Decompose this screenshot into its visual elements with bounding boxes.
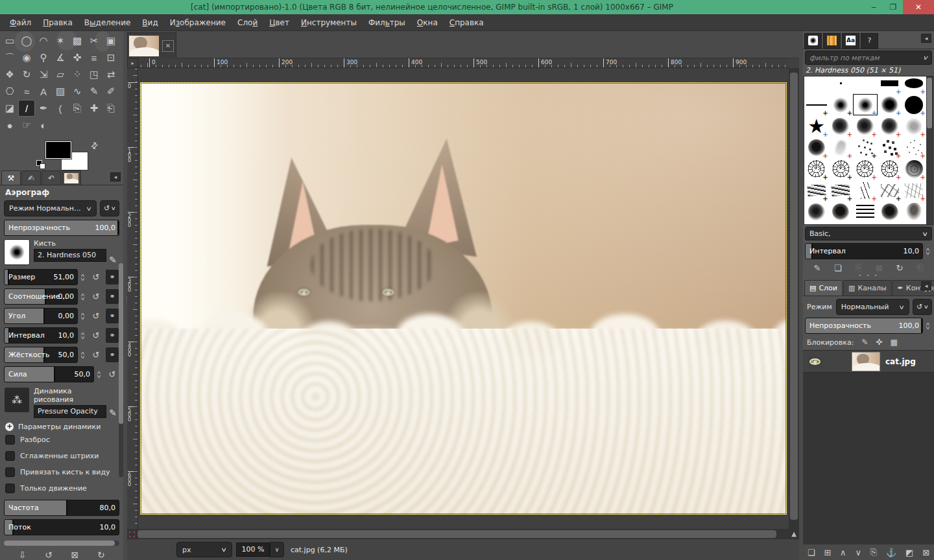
layer-thumbnail[interactable]	[852, 352, 880, 371]
slider-размер[interactable]: Размер51,00	[4, 269, 78, 285]
brush-grid-scrollbar[interactable]	[926, 76, 933, 224]
menu-Фильтры[interactable]: Фильтры	[363, 14, 411, 31]
brush-cell[interactable]: +	[878, 76, 902, 94]
brush-cell[interactable]	[829, 201, 854, 222]
menu-Файл[interactable]: Файл	[4, 14, 37, 31]
warp-transform-tool[interactable]: ∿	[69, 83, 86, 100]
crop-tool[interactable]: ⊡	[102, 49, 119, 66]
tag-filter-input[interactable]: фильтр по меткам ∨	[805, 51, 932, 65]
duplicate-brush-button[interactable]: ⎘	[856, 262, 862, 273]
dynamics-preview[interactable]: ⁂	[4, 387, 30, 413]
brush-group-dropdown[interactable]: Basic, ∨	[805, 227, 932, 240]
ellipse-select-tool[interactable]: ◯	[18, 32, 35, 49]
spacing-spinner[interactable]: ∧∨	[924, 243, 932, 259]
add-layer-mask-button[interactable]: ◩	[905, 548, 913, 557]
menu-Правка[interactable]: Правка	[37, 14, 78, 31]
free-select-tool[interactable]: ◠	[35, 32, 52, 49]
reset-icon[interactable]: ↺	[105, 366, 119, 382]
brush-cell-selected[interactable]: +	[853, 94, 878, 115]
reset-icon[interactable]: ↺	[89, 308, 103, 324]
flip-tool[interactable]: ⇄	[102, 66, 119, 83]
brush-cell[interactable]: +	[829, 94, 854, 115]
tab-fonts[interactable]: Aa	[842, 33, 859, 49]
brush-cell[interactable]: +	[878, 94, 902, 115]
tab-patterns[interactable]	[823, 33, 841, 49]
rectangle-select-tool[interactable]: ▭	[1, 32, 18, 49]
bucket-fill-tool[interactable]: ≈	[18, 83, 35, 100]
cage-transform-tool[interactable]: ⎔	[1, 83, 18, 100]
duplicate-layer-button[interactable]: ⎘	[870, 547, 877, 557]
checkbox-box[interactable]	[5, 467, 15, 477]
save-tool-preset-button[interactable]: ⇩	[18, 550, 26, 560]
new-brush-button[interactable]: ❏	[834, 262, 842, 273]
slider-интервал[interactable]: Интервал10,0	[4, 327, 78, 344]
slider-сила[interactable]: Сила50,0	[4, 366, 94, 382]
measure-tool[interactable]: ∡	[52, 49, 69, 66]
link-to-brush-toggle[interactable]: ⚭	[105, 308, 119, 324]
new-layer-group-button[interactable]: ⊞	[824, 548, 831, 557]
image-tab[interactable]: ✕	[127, 32, 176, 58]
new-layer-button[interactable]: ❏	[808, 548, 815, 557]
horizontal-scrollbar[interactable]	[137, 529, 789, 539]
menu-Цвет[interactable]: Цвет	[263, 14, 295, 31]
tab-image-thumbnail[interactable]	[62, 170, 81, 185]
checkbox-только-движение[interactable]: Только движение	[5, 484, 119, 493]
horizontal-ruler[interactable]: 0100200300400500600700800900	[138, 58, 789, 68]
brush-cell[interactable]: +	[829, 115, 854, 137]
brush-cell[interactable]: +	[804, 158, 829, 180]
close-button[interactable]: ✕	[903, 0, 934, 14]
spinner[interactable]: ∧∨	[78, 269, 87, 285]
collapse-dock-button[interactable]: ◂	[921, 281, 931, 290]
brush-cell[interactable]: +	[853, 158, 878, 180]
handle-transform-tool[interactable]: ⁘	[69, 66, 86, 83]
flow-slider[interactable]: Поток 10,0	[4, 519, 119, 535]
unified-transform-tool[interactable]: ❖	[1, 66, 18, 83]
brush-name-value[interactable]: 2. Hardness 050	[34, 249, 106, 262]
dynamics-options-expander[interactable]: + Параметры динамики	[5, 423, 119, 431]
default-colors-button[interactable]	[36, 160, 45, 169]
mode-reset-button[interactable]: ↺∨	[100, 200, 119, 216]
delete-layer-button[interactable]: ⊠	[922, 548, 929, 557]
select-by-color-tool[interactable]: ▩	[69, 32, 86, 49]
scissors-select-tool[interactable]: ✂	[86, 32, 102, 49]
brush-cell[interactable]: +	[902, 76, 926, 94]
delete-brush-button[interactable]: ⊠	[876, 262, 883, 273]
smudge-tool[interactable]: ☞	[18, 117, 35, 134]
brush-cell[interactable]: +	[804, 180, 829, 201]
slider-угол[interactable]: Угол0,00	[4, 308, 78, 324]
pencil-tool[interactable]: ✎	[86, 83, 102, 100]
brush-cell[interactable]	[853, 201, 878, 222]
checkbox-box[interactable]	[5, 435, 15, 445]
tab-layers[interactable]: ▤Слои	[804, 280, 843, 296]
open-brush-as-image-button[interactable]: ⎗	[916, 262, 923, 273]
vertical-scrollbar[interactable]	[789, 68, 799, 529]
brush-cell[interactable]: +	[902, 158, 926, 180]
canvas-image[interactable]	[140, 82, 787, 515]
layer-name[interactable]: cat.jpg	[885, 357, 916, 366]
brush-preview[interactable]	[4, 239, 30, 265]
menu-Окна[interactable]: Окна	[411, 14, 444, 31]
zoom-dropdown[interactable]: ∨	[270, 542, 284, 557]
dynamics-value[interactable]: Pressure Opacity	[34, 405, 106, 418]
clone-tool[interactable]: ⎘	[69, 100, 86, 117]
brush-cell[interactable]: ★+	[804, 115, 829, 137]
brush-cell[interactable]: +	[878, 137, 902, 158]
lock-position-toggle[interactable]: ✜	[876, 338, 882, 347]
link-to-brush-toggle[interactable]: ⚭	[105, 288, 119, 305]
link-to-brush-toggle[interactable]: ⚭	[105, 327, 119, 344]
brush-cell[interactable]: +	[829, 158, 854, 180]
raise-layer-button[interactable]: ∧	[840, 548, 846, 557]
text-tool[interactable]: A	[35, 83, 52, 100]
visibility-eye-icon[interactable]	[809, 358, 820, 365]
brush-cell[interactable]: +	[829, 137, 854, 158]
brush-cell[interactable]	[853, 76, 878, 94]
menu-Слой[interactable]: Слой	[232, 14, 263, 31]
spinner[interactable]: ∧∨	[78, 327, 87, 344]
checkbox-box[interactable]	[5, 484, 15, 493]
swap-colors-button[interactable]: ⇄	[88, 139, 100, 151]
layer-row[interactable]: cat.jpg	[803, 351, 934, 373]
color-picker-tool[interactable]: ◉	[18, 49, 35, 66]
foreground-color-swatch[interactable]	[45, 141, 71, 159]
lock-alpha-toggle[interactable]: ▦	[891, 338, 898, 347]
reset-icon[interactable]: ↺	[89, 327, 103, 344]
